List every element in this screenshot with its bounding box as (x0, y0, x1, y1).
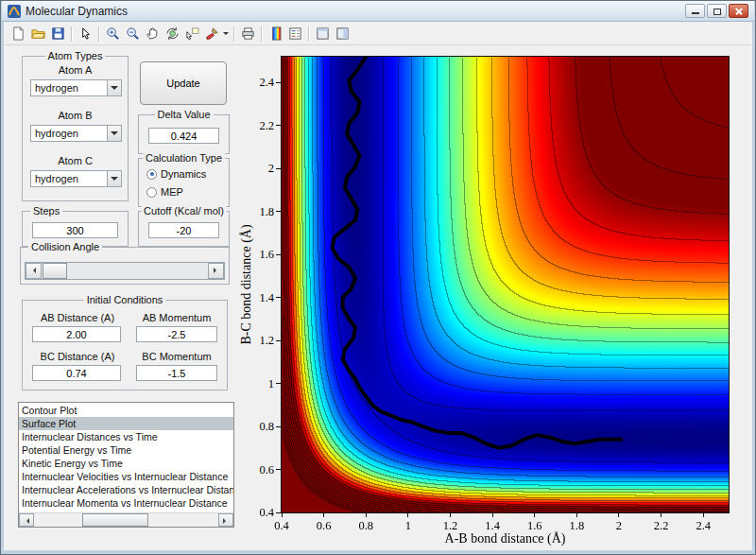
print-figure-icon[interactable] (238, 25, 258, 43)
arrow-right-icon (214, 268, 219, 273)
edit-plot-icon[interactable] (76, 25, 95, 43)
scroll-left-arrow[interactable] (19, 513, 34, 527)
bc-momentum-field[interactable] (136, 365, 217, 381)
list-item[interactable]: Internuclear Distances vs Time (19, 430, 233, 443)
mep-radio[interactable]: MEP (146, 186, 183, 198)
y-tick-label: 2 (236, 162, 274, 176)
dynamics-radio[interactable]: Dynamics (146, 168, 206, 180)
hide-plot-tools-icon[interactable] (313, 25, 333, 43)
rotate-3d-icon[interactable] (163, 25, 182, 43)
chevron-down-icon[interactable] (107, 126, 121, 141)
data-cursor-icon[interactable] (182, 25, 202, 43)
y-tick-label: 0.6 (236, 463, 274, 477)
bc-distance-field[interactable] (32, 365, 121, 381)
y-tick-mark (276, 125, 281, 126)
bc-momentum-label: BC Momentum (132, 351, 221, 362)
y-tick-label: 0.8 (236, 420, 274, 434)
collision-angle-slider[interactable] (25, 262, 225, 280)
x-tick-mark (323, 513, 324, 517)
x-tick-mark (661, 513, 662, 517)
toolbar-separator (98, 26, 100, 42)
slider-right-arrow[interactable] (208, 263, 224, 279)
window-titlebar: Molecular Dynamics (2, 1, 754, 22)
insert-colorbar-icon[interactable] (266, 25, 285, 43)
toolbar-separator (308, 26, 310, 42)
brush-icon[interactable] (202, 25, 222, 43)
y-tick-mark (276, 211, 281, 212)
atom-c-label: Atom C (23, 155, 128, 166)
save-figure-icon[interactable] (48, 25, 68, 43)
list-item[interactable]: Internuclear Velocities vs Internuclear … (19, 470, 233, 483)
dynamics-radio-label: Dynamics (161, 168, 206, 180)
y-tick-mark (276, 168, 281, 169)
list-item[interactable]: Internuclear Accelerations vs Internucle… (19, 483, 233, 496)
x-tick-mark (703, 513, 704, 517)
molecular-dynamics-window: Molecular Dynamics Atom Types Atom A hyd… (0, 0, 756, 555)
x-tick-mark (450, 513, 451, 517)
delta-value-panel: Delta Value (138, 114, 230, 154)
list-item[interactable]: Contour Plot (19, 404, 233, 417)
collision-angle-panel: Collision Angle (20, 247, 230, 285)
maximize-button[interactable] (707, 4, 727, 18)
atom-c-dropdown[interactable]: hydrogen (30, 170, 122, 187)
chevron-down-icon[interactable] (107, 80, 121, 95)
open-file-icon[interactable] (28, 25, 48, 43)
update-button[interactable]: Update (140, 61, 227, 105)
maximize-icon (713, 9, 721, 15)
slider-left-arrow[interactable] (26, 263, 42, 279)
steps-field[interactable] (32, 222, 118, 238)
slider-thumb[interactable] (43, 263, 67, 279)
list-item[interactable]: Surface Plot (19, 417, 233, 430)
arrow-right-icon (223, 518, 229, 524)
x-tick-mark (576, 513, 577, 517)
window-title: Molecular Dynamics (26, 5, 128, 18)
list-item[interactable]: Potential Energy vs Time (19, 443, 233, 457)
close-button[interactable] (729, 4, 748, 18)
calculation-type-panel: Calculation Type Dynamics MEP (138, 158, 230, 207)
atom-a-value: hydrogen (35, 80, 78, 95)
chevron-down-icon[interactable] (107, 171, 121, 186)
radio-selected-icon (146, 169, 157, 180)
atom-b-value: hydrogen (35, 126, 78, 141)
zoom-in-icon[interactable] (103, 25, 123, 43)
contour-plot-canvas[interactable] (282, 57, 729, 512)
x-tick-mark (492, 513, 493, 517)
figure-toolbar (5, 23, 751, 45)
pan-icon[interactable] (143, 25, 163, 43)
atom-b-label: Atom B (23, 110, 128, 121)
ab-distance-field[interactable] (32, 326, 121, 342)
calculation-type-title: Calculation Type (143, 152, 225, 164)
initial-conditions-title: Initial Conditions (84, 294, 166, 305)
y-tick-mark (276, 82, 281, 83)
y-tick-mark (276, 512, 281, 513)
atom-b-dropdown[interactable]: hydrogen (30, 125, 122, 142)
atom-types-title: Atom Types (45, 50, 106, 61)
x-tick-mark (282, 513, 283, 517)
scroll-right-arrow[interactable] (218, 513, 233, 527)
cutoff-field[interactable] (148, 222, 219, 238)
ab-momentum-field[interactable] (136, 326, 217, 342)
x-tick-mark (407, 513, 408, 517)
list-item[interactable]: Internuclear Momenta vs Internuclear Dis… (19, 496, 233, 510)
delta-value-field[interactable] (148, 128, 219, 144)
brush-dropdown-arrow-icon[interactable] (222, 25, 231, 43)
atom-a-label: Atom A (23, 64, 128, 76)
scrollbar-thumb[interactable] (82, 513, 148, 527)
y-tick-mark (276, 254, 281, 255)
show-plot-tools-icon[interactable] (333, 25, 352, 43)
new-figure-icon[interactable] (9, 25, 28, 43)
steps-title: Steps (30, 205, 62, 217)
insert-legend-icon[interactable] (285, 25, 305, 43)
toolbar-separator (71, 26, 73, 42)
y-axis-label: B-C bond distance (Å) (239, 190, 254, 379)
collision-angle-title: Collision Angle (28, 241, 102, 252)
minimize-button[interactable] (685, 4, 705, 18)
delta-value-title: Delta Value (154, 109, 213, 120)
toolbar-separator (261, 26, 263, 42)
zoom-out-icon[interactable] (123, 25, 143, 43)
y-tick-mark (276, 297, 281, 298)
atom-a-dropdown[interactable]: hydrogen (30, 79, 122, 96)
list-item[interactable]: Kinetic Energy vs Time (19, 457, 233, 470)
initial-conditions-panel: Initial Conditions AB Distance (A) AB Mo… (22, 300, 228, 390)
listbox-horizontal-scrollbar[interactable] (19, 512, 233, 527)
